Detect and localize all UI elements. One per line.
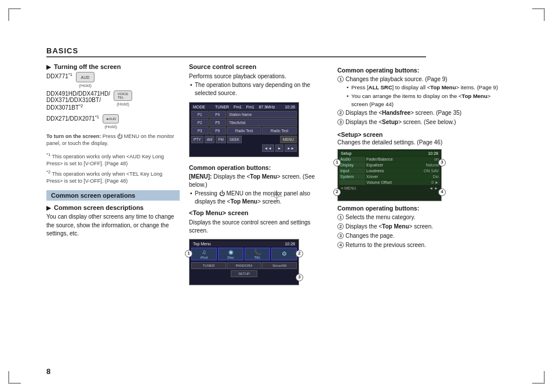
screen-pty-btn: PTY xyxy=(191,136,203,143)
screen-transport: ◄◄ ► ►► xyxy=(191,144,297,152)
topmenu-nav-row: TUNER PANDORA SiriusXM xyxy=(191,262,297,269)
topmenu-icon-disc: ◉ Disc xyxy=(218,248,243,260)
common-op-buttons-title: Common operation buttons: xyxy=(189,164,328,171)
screen-mode-label: MODE xyxy=(193,105,205,109)
op-bottom-badge-2: 2 xyxy=(337,223,344,230)
device-ddx271-label: DDX271/DDX2071*1 xyxy=(46,114,99,123)
setup-item-vol: Volume Offset xyxy=(365,180,411,185)
device-ddx771-group: DDX771*1 AUD (Hold) xyxy=(46,72,180,88)
setup-val-loudness: ON SAV xyxy=(411,168,440,174)
screen-prev-btn: ◄◄ xyxy=(262,144,274,152)
source-control-bullet: The operation buttons vary depending on … xyxy=(189,81,328,97)
setup-callout-1: 1 xyxy=(333,159,341,166)
ipod-icon: ♫ xyxy=(202,249,206,255)
source-control-title: Source control screen xyxy=(189,63,328,70)
op-badge-1: 1 xyxy=(337,76,344,82)
topmenu-bottom: SETUP xyxy=(191,270,297,277)
setup-cat-input: Input xyxy=(339,168,365,174)
basics-heading: BASICS xyxy=(46,46,426,57)
screen-radio-test1: Radio Test xyxy=(227,127,261,135)
setup-screen-title: <Setup> screen xyxy=(337,131,507,138)
footnote-1: *1 This operation works only when <AUD K… xyxy=(46,152,180,167)
nav-siriusxm: SiriusXM xyxy=(262,262,297,269)
setup-footer: ≡ MENU ◄ ► xyxy=(339,186,440,191)
device-ddx271-group: DDX271/DDX2071*1 ◄AUD (Hold) xyxy=(46,114,180,129)
op-badge-2: 2 xyxy=(337,110,344,116)
ddx491-hold: (Hold) xyxy=(117,101,129,107)
ddx271-hold: (Hold) xyxy=(104,124,117,129)
screen-seek-btn: SEEK xyxy=(227,136,242,143)
setup-screen-mockup: Setup 10:28 Audio Fader/Balance on Displ… xyxy=(337,149,442,201)
setup-val-fader: on xyxy=(411,157,440,162)
setup-screen-container: Setup 10:28 Audio Fader/Balance on Displ… xyxy=(337,149,507,201)
ddx771-sup: *1 xyxy=(68,72,72,77)
screen-station-name: Station Name xyxy=(227,111,297,118)
op-bottom-badge-4: 4 xyxy=(337,242,344,248)
section-arrow-2: ▶ xyxy=(46,205,51,211)
setup-cat-display: Display xyxy=(339,162,365,168)
setup-header: Setup 10:28 xyxy=(339,151,440,156)
screen-bottom-btns: PTY AM FM SEEK xyxy=(191,136,242,143)
op-bottom-badge-1: 1 xyxy=(337,214,344,220)
ddx491-label: DDX491HD/DDX471HD/DDX371/DDX310BT/DDX307… xyxy=(46,90,110,111)
voice-button-shape: VOICETEL xyxy=(114,90,132,101)
setup-val-eq: Natural xyxy=(411,162,440,168)
callout-3: 3 xyxy=(296,274,303,281)
setup-time-text: 10:28 xyxy=(428,151,438,155)
setup-item-xover: X/over xyxy=(365,174,411,180)
topmenu-title-label: Top Menu xyxy=(193,242,211,246)
device-ddx491-label: DDX491HD/DDX471HD/DDX371/DDX310BT/DDX307… xyxy=(46,90,110,112)
left-column: ▶ Turning off the screen DDX771*1 AUD (H… xyxy=(46,63,180,238)
common-screen-ops-bar: Common screen operations xyxy=(46,190,180,201)
topmenu-icons-grid: ♫ iPod ◉ Disc 📞 TEL ⚙ xyxy=(191,248,297,260)
op-item-1: 1 Changes the playback source. (Page 9) … xyxy=(337,75,507,108)
op-sub-1a: Press [ALL SRC] to display all <Top Menu… xyxy=(347,84,507,91)
ipod-label: iPod xyxy=(201,256,208,259)
op-bottom-badge-3: 3 xyxy=(337,233,344,239)
page-number: 8 xyxy=(46,367,50,376)
ddx771-hold: (Hold) xyxy=(79,83,92,88)
top-menu-screen-body: Displays the source control screen and s… xyxy=(189,219,328,235)
common-screen-desc-body: You can display other screens any time t… xyxy=(46,213,180,238)
section-arrow: ▶ xyxy=(46,64,51,70)
disc-label: Disc xyxy=(227,256,234,259)
nav-pandora: PANDORA xyxy=(227,262,261,269)
right-column: Common operating buttons: 1 Changes the … xyxy=(337,63,507,251)
menu-panel-note: Pressing ⏻ MENU on the monitor panel als… xyxy=(189,190,328,206)
op-bottom-3: 3 Changes the page. xyxy=(337,232,507,240)
ddx271-sup: *1 xyxy=(95,114,99,119)
op-sub-1b: You can arrange the items to display on … xyxy=(347,92,507,108)
extra-icon: ⚙ xyxy=(282,251,287,257)
op-bottom-4: 4 Returns to the previous screen. xyxy=(337,241,507,249)
op-bottom-1: 1 Selects the menu category. xyxy=(337,213,507,222)
setup-callout-2: 2 xyxy=(333,188,341,196)
op-item-3: 3 Displays the <Setup> screen. (See belo… xyxy=(337,118,507,126)
ddx271-button: ◄AUD (Hold) xyxy=(103,114,119,129)
screen-btn-p4: P4 xyxy=(209,111,227,118)
main-content: BASICS ▶ Turning off the screen DDX771*1… xyxy=(46,46,507,363)
setup-cat-audio: Audio xyxy=(339,157,365,162)
right-common-op-title: Common operating buttons: xyxy=(337,67,507,74)
device-ddx491-group: DDX491HD/DDX471HD/DDX371/DDX310BT/DDX307… xyxy=(46,90,180,112)
nav-tuner: TUNER xyxy=(191,262,226,269)
menu-key-label: [MENU]: xyxy=(189,173,212,180)
setup-item-loudness: Loudness xyxy=(365,168,411,174)
topmenu-time: 10:28 xyxy=(285,242,295,246)
screen-am-btn: AM xyxy=(205,136,215,143)
screen-bottom-row: PTY AM FM SEEK MENU xyxy=(191,136,297,143)
common-op-menu-text: [MENU]: Displays the <Top Menu> screen. … xyxy=(189,173,328,190)
top-menu-screen-container: Top Menu 10:28 ♫ iPod ◉ Disc 📞 xyxy=(189,239,328,285)
screen-title-label: TUNER Fm1 Fm1 87.9MHz xyxy=(215,105,275,109)
right-common-op-title-bottom: Common operating buttons: xyxy=(337,205,507,212)
middle-column: Source control screen Performs source pl… xyxy=(189,63,328,289)
tel-label: TEL xyxy=(254,256,260,259)
screen-presets-grid: P1 P4 Station Name P2 P5 Title/Artist P3… xyxy=(191,111,297,135)
screen-btn-p2: P2 xyxy=(191,119,209,126)
turn-on-note: To turn on the screen: Press ⏻ MENU on t… xyxy=(46,133,180,147)
source-control-screen-container: MODE TUNER Fm1 Fm1 87.9MHz 10:28 P1 P4 S… xyxy=(189,99,299,161)
setup-screen-desc: Changes the detailed settings. (Page 46) xyxy=(337,139,507,146)
screen-btn-p3: P3 xyxy=(191,127,209,135)
screen-play-btn: ► xyxy=(275,144,283,152)
footnote-2: *2 This operation works only when <TEL K… xyxy=(46,169,180,184)
corner-mark-br xyxy=(532,371,545,384)
